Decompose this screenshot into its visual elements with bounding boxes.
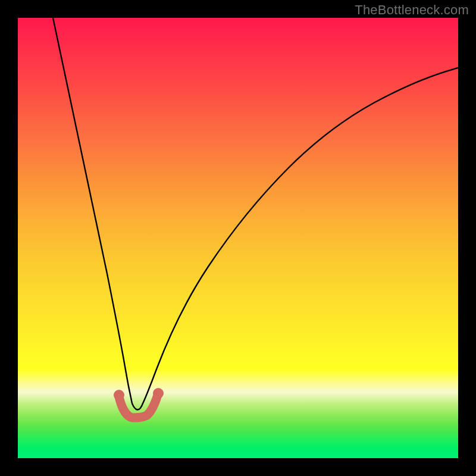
valley-dot-right: [153, 388, 164, 399]
chart-frame: TheBottleneck.com: [0, 0, 476, 476]
bottleneck-curve: [53, 18, 458, 410]
watermark-text: TheBottleneck.com: [355, 2, 469, 18]
curve-layer: [18, 18, 458, 458]
plot-area: [18, 18, 458, 458]
valley-highlight-line: [119, 395, 158, 418]
valley-dot-left: [114, 390, 124, 400]
